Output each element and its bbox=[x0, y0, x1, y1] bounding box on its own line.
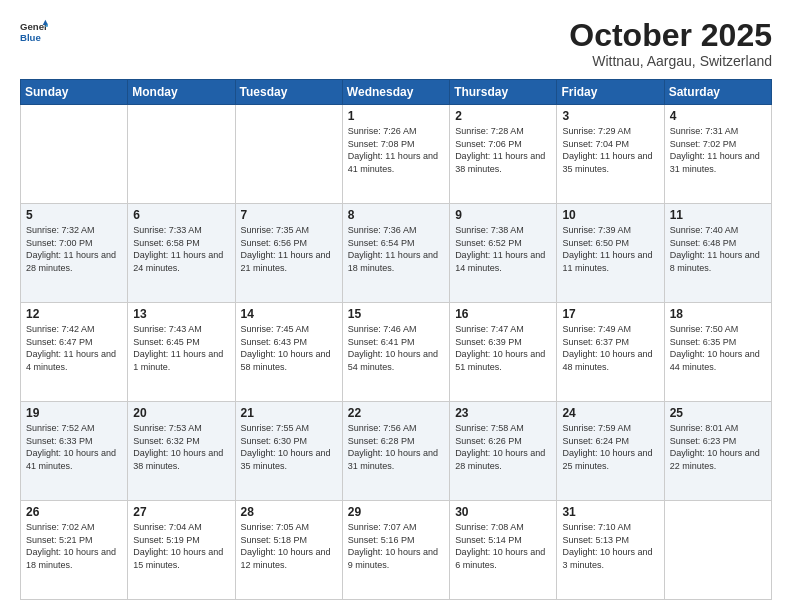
table-row: 29Sunrise: 7:07 AM Sunset: 5:16 PM Dayli… bbox=[342, 501, 449, 600]
table-row: 26Sunrise: 7:02 AM Sunset: 5:21 PM Dayli… bbox=[21, 501, 128, 600]
calendar-week-row: 1Sunrise: 7:26 AM Sunset: 7:08 PM Daylig… bbox=[21, 105, 772, 204]
day-info: Sunrise: 7:07 AM Sunset: 5:16 PM Dayligh… bbox=[348, 521, 444, 571]
day-number: 30 bbox=[455, 505, 551, 519]
table-row: 5Sunrise: 7:32 AM Sunset: 7:00 PM Daylig… bbox=[21, 204, 128, 303]
table-row: 17Sunrise: 7:49 AM Sunset: 6:37 PM Dayli… bbox=[557, 303, 664, 402]
table-row: 24Sunrise: 7:59 AM Sunset: 6:24 PM Dayli… bbox=[557, 402, 664, 501]
table-row: 30Sunrise: 7:08 AM Sunset: 5:14 PM Dayli… bbox=[450, 501, 557, 600]
day-info: Sunrise: 7:55 AM Sunset: 6:30 PM Dayligh… bbox=[241, 422, 337, 472]
header-friday: Friday bbox=[557, 80, 664, 105]
day-info: Sunrise: 7:50 AM Sunset: 6:35 PM Dayligh… bbox=[670, 323, 766, 373]
calendar-week-row: 12Sunrise: 7:42 AM Sunset: 6:47 PM Dayli… bbox=[21, 303, 772, 402]
table-row: 28Sunrise: 7:05 AM Sunset: 5:18 PM Dayli… bbox=[235, 501, 342, 600]
table-row: 4Sunrise: 7:31 AM Sunset: 7:02 PM Daylig… bbox=[664, 105, 771, 204]
day-info: Sunrise: 7:29 AM Sunset: 7:04 PM Dayligh… bbox=[562, 125, 658, 175]
table-row bbox=[21, 105, 128, 204]
table-row: 1Sunrise: 7:26 AM Sunset: 7:08 PM Daylig… bbox=[342, 105, 449, 204]
day-number: 28 bbox=[241, 505, 337, 519]
day-number: 13 bbox=[133, 307, 229, 321]
day-info: Sunrise: 7:08 AM Sunset: 5:14 PM Dayligh… bbox=[455, 521, 551, 571]
svg-text:General: General bbox=[20, 21, 48, 32]
day-number: 11 bbox=[670, 208, 766, 222]
day-number: 7 bbox=[241, 208, 337, 222]
table-row: 8Sunrise: 7:36 AM Sunset: 6:54 PM Daylig… bbox=[342, 204, 449, 303]
location: Wittnau, Aargau, Switzerland bbox=[569, 53, 772, 69]
day-number: 6 bbox=[133, 208, 229, 222]
day-info: Sunrise: 7:49 AM Sunset: 6:37 PM Dayligh… bbox=[562, 323, 658, 373]
table-row: 2Sunrise: 7:28 AM Sunset: 7:06 PM Daylig… bbox=[450, 105, 557, 204]
header-tuesday: Tuesday bbox=[235, 80, 342, 105]
day-number: 14 bbox=[241, 307, 337, 321]
table-row: 16Sunrise: 7:47 AM Sunset: 6:39 PM Dayli… bbox=[450, 303, 557, 402]
day-number: 4 bbox=[670, 109, 766, 123]
day-number: 15 bbox=[348, 307, 444, 321]
day-number: 29 bbox=[348, 505, 444, 519]
day-number: 25 bbox=[670, 406, 766, 420]
day-info: Sunrise: 7:10 AM Sunset: 5:13 PM Dayligh… bbox=[562, 521, 658, 571]
table-row: 31Sunrise: 7:10 AM Sunset: 5:13 PM Dayli… bbox=[557, 501, 664, 600]
day-info: Sunrise: 7:04 AM Sunset: 5:19 PM Dayligh… bbox=[133, 521, 229, 571]
month-title: October 2025 bbox=[569, 18, 772, 53]
day-number: 1 bbox=[348, 109, 444, 123]
header-wednesday: Wednesday bbox=[342, 80, 449, 105]
day-info: Sunrise: 7:43 AM Sunset: 6:45 PM Dayligh… bbox=[133, 323, 229, 373]
day-info: Sunrise: 7:53 AM Sunset: 6:32 PM Dayligh… bbox=[133, 422, 229, 472]
table-row bbox=[128, 105, 235, 204]
day-number: 22 bbox=[348, 406, 444, 420]
table-row: 20Sunrise: 7:53 AM Sunset: 6:32 PM Dayli… bbox=[128, 402, 235, 501]
day-info: Sunrise: 7:58 AM Sunset: 6:26 PM Dayligh… bbox=[455, 422, 551, 472]
table-row: 13Sunrise: 7:43 AM Sunset: 6:45 PM Dayli… bbox=[128, 303, 235, 402]
day-number: 20 bbox=[133, 406, 229, 420]
logo: General Blue bbox=[20, 18, 52, 46]
day-number: 26 bbox=[26, 505, 122, 519]
day-number: 5 bbox=[26, 208, 122, 222]
day-number: 12 bbox=[26, 307, 122, 321]
table-row: 19Sunrise: 7:52 AM Sunset: 6:33 PM Dayli… bbox=[21, 402, 128, 501]
day-info: Sunrise: 7:45 AM Sunset: 6:43 PM Dayligh… bbox=[241, 323, 337, 373]
day-info: Sunrise: 7:40 AM Sunset: 6:48 PM Dayligh… bbox=[670, 224, 766, 274]
day-info: Sunrise: 7:32 AM Sunset: 7:00 PM Dayligh… bbox=[26, 224, 122, 274]
calendar-week-row: 19Sunrise: 7:52 AM Sunset: 6:33 PM Dayli… bbox=[21, 402, 772, 501]
day-info: Sunrise: 7:42 AM Sunset: 6:47 PM Dayligh… bbox=[26, 323, 122, 373]
day-info: Sunrise: 7:02 AM Sunset: 5:21 PM Dayligh… bbox=[26, 521, 122, 571]
table-row: 3Sunrise: 7:29 AM Sunset: 7:04 PM Daylig… bbox=[557, 105, 664, 204]
day-info: Sunrise: 7:47 AM Sunset: 6:39 PM Dayligh… bbox=[455, 323, 551, 373]
day-number: 2 bbox=[455, 109, 551, 123]
header: General Blue October 2025 Wittnau, Aarga… bbox=[20, 18, 772, 69]
day-number: 21 bbox=[241, 406, 337, 420]
day-number: 16 bbox=[455, 307, 551, 321]
day-info: Sunrise: 8:01 AM Sunset: 6:23 PM Dayligh… bbox=[670, 422, 766, 472]
day-info: Sunrise: 7:52 AM Sunset: 6:33 PM Dayligh… bbox=[26, 422, 122, 472]
table-row: 14Sunrise: 7:45 AM Sunset: 6:43 PM Dayli… bbox=[235, 303, 342, 402]
day-info: Sunrise: 7:38 AM Sunset: 6:52 PM Dayligh… bbox=[455, 224, 551, 274]
day-info: Sunrise: 7:46 AM Sunset: 6:41 PM Dayligh… bbox=[348, 323, 444, 373]
day-info: Sunrise: 7:33 AM Sunset: 6:58 PM Dayligh… bbox=[133, 224, 229, 274]
day-info: Sunrise: 7:31 AM Sunset: 7:02 PM Dayligh… bbox=[670, 125, 766, 175]
calendar-table: Sunday Monday Tuesday Wednesday Thursday… bbox=[20, 79, 772, 600]
table-row: 12Sunrise: 7:42 AM Sunset: 6:47 PM Dayli… bbox=[21, 303, 128, 402]
day-info: Sunrise: 7:26 AM Sunset: 7:08 PM Dayligh… bbox=[348, 125, 444, 175]
table-row: 23Sunrise: 7:58 AM Sunset: 6:26 PM Dayli… bbox=[450, 402, 557, 501]
table-row: 22Sunrise: 7:56 AM Sunset: 6:28 PM Dayli… bbox=[342, 402, 449, 501]
table-row: 10Sunrise: 7:39 AM Sunset: 6:50 PM Dayli… bbox=[557, 204, 664, 303]
day-info: Sunrise: 7:59 AM Sunset: 6:24 PM Dayligh… bbox=[562, 422, 658, 472]
table-row bbox=[664, 501, 771, 600]
day-info: Sunrise: 7:35 AM Sunset: 6:56 PM Dayligh… bbox=[241, 224, 337, 274]
table-row: 11Sunrise: 7:40 AM Sunset: 6:48 PM Dayli… bbox=[664, 204, 771, 303]
day-info: Sunrise: 7:36 AM Sunset: 6:54 PM Dayligh… bbox=[348, 224, 444, 274]
day-number: 9 bbox=[455, 208, 551, 222]
day-number: 17 bbox=[562, 307, 658, 321]
day-info: Sunrise: 7:39 AM Sunset: 6:50 PM Dayligh… bbox=[562, 224, 658, 274]
svg-text:Blue: Blue bbox=[20, 32, 41, 43]
day-number: 23 bbox=[455, 406, 551, 420]
page: General Blue October 2025 Wittnau, Aarga… bbox=[0, 0, 792, 612]
table-row: 27Sunrise: 7:04 AM Sunset: 5:19 PM Dayli… bbox=[128, 501, 235, 600]
table-row bbox=[235, 105, 342, 204]
calendar-week-row: 26Sunrise: 7:02 AM Sunset: 5:21 PM Dayli… bbox=[21, 501, 772, 600]
table-row: 6Sunrise: 7:33 AM Sunset: 6:58 PM Daylig… bbox=[128, 204, 235, 303]
header-saturday: Saturday bbox=[664, 80, 771, 105]
table-row: 21Sunrise: 7:55 AM Sunset: 6:30 PM Dayli… bbox=[235, 402, 342, 501]
header-thursday: Thursday bbox=[450, 80, 557, 105]
table-row: 7Sunrise: 7:35 AM Sunset: 6:56 PM Daylig… bbox=[235, 204, 342, 303]
day-number: 3 bbox=[562, 109, 658, 123]
